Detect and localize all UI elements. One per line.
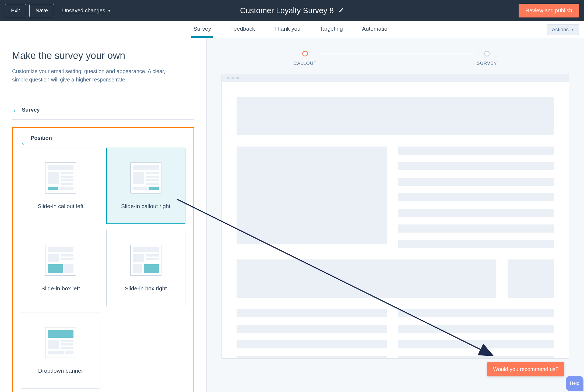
unsaved-changes-dropdown[interactable]: Unsaved changes ▼: [62, 8, 111, 14]
tab-feedback[interactable]: Feedback: [228, 21, 257, 38]
top-header: Exit Save Unsaved changes ▼ Customer Loy…: [0, 0, 584, 21]
tab-list: Survey Feedback Thank you Targeting Auto…: [191, 21, 393, 38]
position-thumb: [45, 162, 76, 194]
position-slide-in-callout-left[interactable]: Slide-in callout left: [21, 148, 100, 224]
placeholder-line: [398, 162, 554, 170]
position-slide-in-box-right[interactable]: Slide-in box right: [106, 230, 186, 306]
position-section-highlighted: › Position: [12, 127, 194, 392]
placeholder-block: [237, 97, 554, 135]
placeholder-col: [398, 147, 554, 248]
tab-targeting[interactable]: Targeting: [318, 21, 345, 38]
tab-survey[interactable]: Survey: [191, 21, 213, 38]
accordion-header-survey[interactable]: › Survey: [12, 100, 194, 119]
step-connector: [318, 54, 475, 54]
position-slide-in-callout-right[interactable]: Slide-in callout right: [106, 148, 186, 224]
placeholder-block: [237, 259, 496, 298]
position-thumb: [130, 162, 161, 194]
chevron-down-icon: ›: [21, 143, 26, 145]
position-thumb: [45, 327, 76, 358]
settings-sidebar: Make the survey your own Customize your …: [0, 38, 207, 392]
window-dot-icon: [236, 77, 239, 79]
placeholder-line: [237, 340, 387, 348]
position-slide-in-box-left[interactable]: Slide-in box left: [21, 230, 100, 306]
edit-title-icon[interactable]: [339, 7, 344, 14]
tab-automation[interactable]: Automation: [360, 21, 393, 38]
accordion-label: Survey: [22, 107, 40, 113]
sidebar-heading: Make the survey your own: [12, 50, 194, 61]
sidebar-description: Customize your email setting, question a…: [12, 67, 174, 84]
placeholder-block: [508, 259, 554, 298]
position-thumb: [45, 245, 76, 276]
review-publish-button[interactable]: Review and publish: [519, 4, 579, 17]
placeholder-line: [398, 209, 554, 217]
title-wrap: Customer Loyalty Survey 8: [240, 6, 344, 15]
placeholder-line: [398, 178, 554, 186]
position-label: Slide-in box right: [125, 285, 167, 292]
placeholder-line: [237, 325, 387, 333]
actions-label: Actions: [552, 27, 569, 33]
position-grid: Slide-in callout left: [21, 148, 185, 389]
placeholder-row: [237, 147, 554, 248]
exit-button[interactable]: Exit: [5, 4, 26, 17]
accordion-item-survey: › Survey: [12, 100, 194, 120]
step-callout[interactable]: CALLOUT: [294, 51, 316, 66]
unsaved-label: Unsaved changes: [62, 8, 105, 14]
position-label: Slide-in box left: [41, 285, 80, 292]
accordion-header-position[interactable]: › Position: [21, 134, 185, 144]
accordion: › Survey: [12, 100, 194, 120]
stepper: CALLOUT SURVEY: [207, 38, 584, 74]
step-survey[interactable]: SURVEY: [477, 51, 497, 66]
placeholder-list: [237, 309, 554, 359]
browser-body: [222, 82, 569, 359]
browser-frame: [221, 74, 569, 359]
preview-panel: CALLOUT SURVEY: [207, 38, 584, 392]
placeholder-line: [398, 340, 554, 348]
placeholder-line: [398, 224, 554, 233]
step-circle-icon: [302, 51, 308, 56]
placeholder-line: [237, 309, 387, 317]
placeholder-row: [237, 259, 554, 298]
step-label: CALLOUT: [294, 61, 316, 66]
main-layout: Make the survey your own Customize your …: [0, 38, 584, 392]
accordion-label: Position: [31, 135, 52, 141]
actions-dropdown[interactable]: Actions ▼: [547, 24, 579, 35]
position-label: Dropdown banner: [38, 368, 83, 374]
caret-down-icon: ▼: [571, 28, 574, 31]
window-dot-icon: [231, 77, 234, 79]
tab-row: Survey Feedback Thank you Targeting Auto…: [0, 21, 584, 38]
placeholder-block: [237, 147, 387, 244]
window-dot-icon: [227, 77, 229, 79]
callout-widget[interactable]: Would you recommend us?: [487, 362, 564, 376]
save-button[interactable]: Save: [29, 4, 54, 17]
page-title: Customer Loyalty Survey 8: [240, 6, 334, 15]
help-button[interactable]: Help: [566, 376, 583, 391]
browser-chrome: [222, 74, 569, 82]
placeholder-line: [398, 240, 554, 248]
placeholder-line: [398, 147, 554, 155]
step-circle-icon: [484, 51, 490, 56]
placeholder-line: [398, 309, 554, 317]
chevron-right-icon: ›: [14, 108, 15, 113]
placeholder-line: [237, 356, 387, 359]
position-label: Slide-in callout left: [38, 203, 83, 209]
position-thumb: [130, 245, 161, 276]
tab-thank-you[interactable]: Thank you: [272, 21, 302, 38]
caret-down-icon: ▼: [107, 8, 111, 13]
step-label: SURVEY: [477, 61, 497, 66]
placeholder-line: [398, 193, 554, 201]
placeholder-line: [398, 325, 554, 333]
position-dropdown-banner[interactable]: Dropdown banner: [21, 312, 100, 389]
position-label: Slide-in callout right: [121, 203, 170, 209]
placeholder-line: [398, 356, 554, 359]
